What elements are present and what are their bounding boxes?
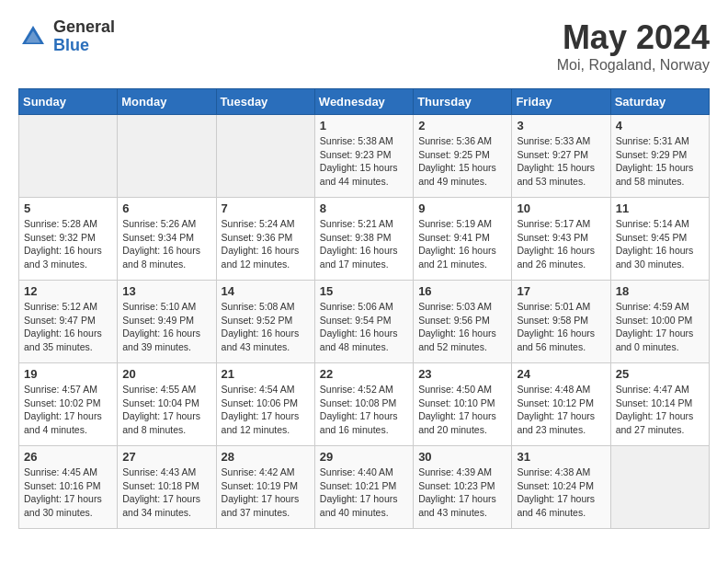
cell-info: Sunrise: 5:19 AM Sunset: 9:41 PM Dayligh… (418, 217, 506, 271)
calendar-week-row: 19Sunrise: 4:57 AM Sunset: 10:02 PM Dayl… (19, 363, 710, 446)
calendar-cell: 15Sunrise: 5:06 AM Sunset: 9:54 PM Dayli… (314, 281, 413, 363)
calendar-cell: 3Sunrise: 5:33 AM Sunset: 9:27 PM Daylig… (512, 115, 610, 198)
day-number: 30 (418, 450, 506, 464)
weekday-header: Saturday (610, 89, 709, 115)
cell-info: Sunrise: 4:43 AM Sunset: 10:18 PM Daylig… (122, 465, 210, 520)
calendar-cell: 10Sunrise: 5:17 AM Sunset: 9:43 PM Dayli… (512, 198, 610, 281)
cell-info: Sunrise: 5:31 AM Sunset: 9:29 PM Dayligh… (616, 134, 704, 189)
calendar-week-row: 26Sunrise: 4:45 AM Sunset: 10:16 PM Dayl… (19, 446, 710, 529)
cell-info: Sunrise: 5:06 AM Sunset: 9:54 PM Dayligh… (320, 300, 408, 354)
cell-info: Sunrise: 4:47 AM Sunset: 10:14 PM Daylig… (616, 383, 704, 437)
calendar-cell: 13Sunrise: 5:10 AM Sunset: 9:49 PM Dayli… (118, 281, 216, 363)
cell-info: Sunrise: 5:01 AM Sunset: 9:58 PM Dayligh… (517, 300, 605, 354)
calendar-cell: 27Sunrise: 4:43 AM Sunset: 10:18 PM Dayl… (118, 446, 216, 529)
calendar-table: SundayMondayTuesdayWednesdayThursdayFrid… (18, 88, 710, 529)
day-number: 18 (616, 284, 704, 298)
calendar-cell: 1Sunrise: 5:38 AM Sunset: 9:23 PM Daylig… (314, 115, 413, 198)
day-number: 4 (616, 119, 704, 132)
cell-info: Sunrise: 5:08 AM Sunset: 9:52 PM Dayligh… (222, 300, 310, 354)
calendar-cell: 19Sunrise: 4:57 AM Sunset: 10:02 PM Dayl… (19, 363, 118, 446)
weekday-header: Thursday (414, 89, 512, 115)
calendar-week-row: 12Sunrise: 5:12 AM Sunset: 9:47 PM Dayli… (19, 281, 710, 363)
calendar-cell: 29Sunrise: 4:40 AM Sunset: 10:21 PM Dayl… (314, 446, 413, 529)
day-number: 10 (517, 201, 605, 215)
calendar-cell (216, 115, 314, 198)
calendar-cell: 16Sunrise: 5:03 AM Sunset: 9:56 PM Dayli… (414, 281, 512, 363)
calendar-cell: 21Sunrise: 4:54 AM Sunset: 10:06 PM Dayl… (216, 363, 314, 446)
cell-info: Sunrise: 5:33 AM Sunset: 9:27 PM Dayligh… (517, 134, 605, 189)
calendar-cell: 18Sunrise: 4:59 AM Sunset: 10:00 PM Dayl… (610, 281, 709, 363)
day-number: 19 (24, 367, 112, 381)
weekday-header: Wednesday (314, 89, 413, 115)
page-header: General Blue May 2024 Moi, Rogaland, Nor… (18, 18, 710, 74)
calendar-cell: 8Sunrise: 5:21 AM Sunset: 9:38 PM Daylig… (314, 198, 413, 281)
calendar-cell: 30Sunrise: 4:39 AM Sunset: 10:23 PM Dayl… (414, 446, 512, 529)
logo-blue-text: Blue (53, 37, 115, 55)
day-number: 22 (320, 367, 408, 381)
day-number: 16 (418, 284, 506, 298)
calendar-cell: 14Sunrise: 5:08 AM Sunset: 9:52 PM Dayli… (216, 281, 314, 363)
logo: General Blue (18, 18, 115, 55)
day-number: 14 (222, 284, 310, 298)
cell-info: Sunrise: 4:52 AM Sunset: 10:08 PM Daylig… (320, 383, 408, 437)
calendar-cell: 22Sunrise: 4:52 AM Sunset: 10:08 PM Dayl… (314, 363, 413, 446)
weekday-header: Sunday (19, 89, 118, 115)
day-number: 12 (24, 284, 112, 298)
calendar-cell: 12Sunrise: 5:12 AM Sunset: 9:47 PM Dayli… (19, 281, 118, 363)
cell-info: Sunrise: 4:40 AM Sunset: 10:21 PM Daylig… (320, 465, 408, 520)
cell-info: Sunrise: 5:26 AM Sunset: 9:34 PM Dayligh… (122, 217, 210, 271)
cell-info: Sunrise: 5:12 AM Sunset: 9:47 PM Dayligh… (24, 300, 112, 354)
cell-info: Sunrise: 5:24 AM Sunset: 9:36 PM Dayligh… (222, 217, 310, 271)
cell-info: Sunrise: 4:55 AM Sunset: 10:04 PM Daylig… (122, 383, 210, 437)
logo-general-text: General (53, 18, 115, 37)
cell-info: Sunrise: 4:45 AM Sunset: 10:16 PM Daylig… (24, 465, 112, 520)
calendar-header: SundayMondayTuesdayWednesdayThursdayFrid… (19, 89, 710, 115)
day-number: 13 (122, 284, 210, 298)
cell-info: Sunrise: 5:03 AM Sunset: 9:56 PM Dayligh… (418, 300, 506, 354)
cell-info: Sunrise: 4:42 AM Sunset: 10:19 PM Daylig… (222, 465, 310, 520)
day-number: 23 (418, 367, 506, 381)
weekday-header: Monday (118, 89, 216, 115)
cell-info: Sunrise: 4:48 AM Sunset: 10:12 PM Daylig… (517, 383, 605, 437)
cell-info: Sunrise: 4:38 AM Sunset: 10:24 PM Daylig… (517, 465, 605, 520)
calendar-cell: 7Sunrise: 5:24 AM Sunset: 9:36 PM Daylig… (216, 198, 314, 281)
day-number: 9 (418, 201, 506, 215)
weekday-row: SundayMondayTuesdayWednesdayThursdayFrid… (19, 89, 710, 115)
day-number: 26 (24, 450, 112, 464)
calendar-cell: 17Sunrise: 5:01 AM Sunset: 9:58 PM Dayli… (512, 281, 610, 363)
logo-icon (18, 22, 48, 52)
cell-info: Sunrise: 5:36 AM Sunset: 9:25 PM Dayligh… (418, 134, 506, 189)
day-number: 3 (517, 119, 605, 132)
calendar-cell: 26Sunrise: 4:45 AM Sunset: 10:16 PM Dayl… (19, 446, 118, 529)
calendar-week-row: 5Sunrise: 5:28 AM Sunset: 9:32 PM Daylig… (19, 198, 710, 281)
calendar-cell: 31Sunrise: 4:38 AM Sunset: 10:24 PM Dayl… (512, 446, 610, 529)
day-number: 2 (418, 119, 506, 132)
calendar-week-row: 1Sunrise: 5:38 AM Sunset: 9:23 PM Daylig… (19, 115, 710, 198)
calendar-cell: 23Sunrise: 4:50 AM Sunset: 10:10 PM Dayl… (414, 363, 512, 446)
calendar-cell: 20Sunrise: 4:55 AM Sunset: 10:04 PM Dayl… (118, 363, 216, 446)
day-number: 25 (616, 367, 704, 381)
calendar-cell: 6Sunrise: 5:26 AM Sunset: 9:34 PM Daylig… (118, 198, 216, 281)
calendar-subtitle: Moi, Rogaland, Norway (557, 57, 710, 74)
weekday-header: Friday (512, 89, 610, 115)
day-number: 5 (24, 201, 112, 215)
cell-info: Sunrise: 4:39 AM Sunset: 10:23 PM Daylig… (418, 465, 506, 520)
calendar-title: May 2024 (557, 18, 710, 57)
cell-info: Sunrise: 5:17 AM Sunset: 9:43 PM Dayligh… (517, 217, 605, 271)
cell-info: Sunrise: 4:50 AM Sunset: 10:10 PM Daylig… (418, 383, 506, 437)
calendar-cell (118, 115, 216, 198)
cell-info: Sunrise: 4:54 AM Sunset: 10:06 PM Daylig… (222, 383, 310, 437)
day-number: 15 (320, 284, 408, 298)
weekday-header: Tuesday (216, 89, 314, 115)
calendar-cell: 11Sunrise: 5:14 AM Sunset: 9:45 PM Dayli… (610, 198, 709, 281)
day-number: 31 (517, 450, 605, 464)
calendar-cell: 24Sunrise: 4:48 AM Sunset: 10:12 PM Dayl… (512, 363, 610, 446)
day-number: 28 (222, 450, 310, 464)
day-number: 6 (122, 201, 210, 215)
day-number: 20 (122, 367, 210, 381)
calendar-cell: 5Sunrise: 5:28 AM Sunset: 9:32 PM Daylig… (19, 198, 118, 281)
day-number: 17 (517, 284, 605, 298)
day-number: 8 (320, 201, 408, 215)
calendar-body: 1Sunrise: 5:38 AM Sunset: 9:23 PM Daylig… (19, 115, 710, 529)
cell-info: Sunrise: 5:38 AM Sunset: 9:23 PM Dayligh… (320, 134, 408, 189)
